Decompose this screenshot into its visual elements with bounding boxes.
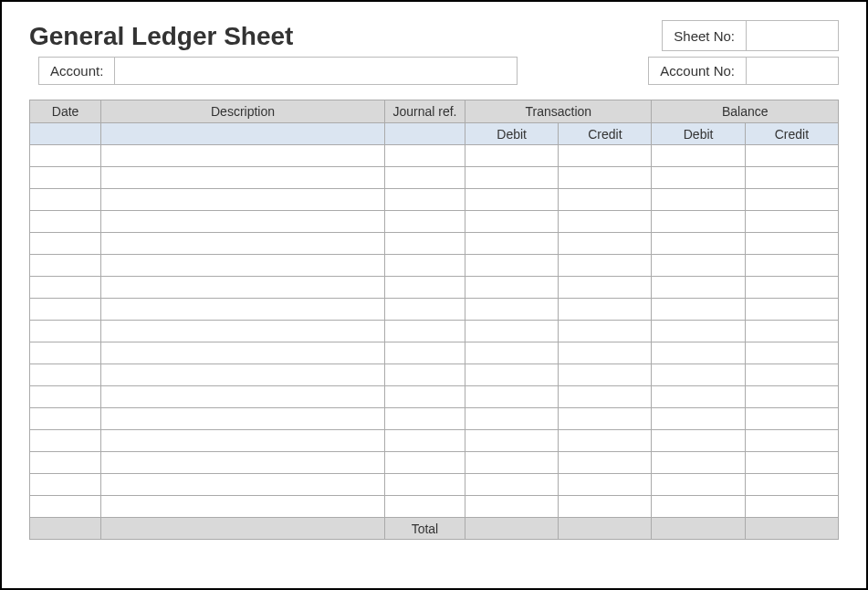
cell-date[interactable] — [30, 321, 101, 342]
cell-date[interactable] — [30, 474, 101, 496]
cell-date[interactable] — [30, 233, 101, 255]
cell-bal_credit[interactable] — [745, 145, 838, 167]
cell-bal_credit[interactable] — [745, 474, 838, 496]
cell-bal_debit[interactable] — [652, 386, 745, 408]
cell-bal_credit[interactable] — [745, 321, 838, 342]
cell-journal_ref[interactable] — [384, 430, 465, 452]
cell-description[interactable] — [101, 342, 385, 364]
cell-bal_credit[interactable] — [745, 364, 838, 386]
cell-journal_ref[interactable] — [384, 255, 465, 277]
cell-tx_debit[interactable] — [465, 233, 559, 255]
cell-journal_ref[interactable] — [384, 145, 465, 167]
cell-date[interactable] — [30, 342, 101, 364]
cell-tx_debit[interactable] — [465, 167, 559, 189]
cell-description[interactable] — [101, 364, 385, 386]
cell-tx_debit[interactable] — [465, 474, 559, 496]
cell-date[interactable] — [30, 277, 101, 299]
cell-bal_credit[interactable] — [745, 189, 838, 211]
cell-tx_debit[interactable] — [465, 189, 559, 211]
cell-bal_credit[interactable] — [745, 496, 838, 518]
cell-date[interactable] — [30, 255, 101, 277]
cell-date[interactable] — [30, 386, 101, 408]
cell-bal_credit[interactable] — [745, 255, 838, 277]
cell-description[interactable] — [101, 233, 385, 255]
cell-tx_credit[interactable] — [559, 211, 652, 233]
cell-tx_debit[interactable] — [465, 496, 559, 518]
cell-description[interactable] — [101, 386, 385, 408]
cell-bal_debit[interactable] — [652, 233, 745, 255]
cell-bal_debit[interactable] — [652, 364, 745, 386]
cell-date[interactable] — [30, 408, 101, 430]
cell-tx_credit[interactable] — [559, 277, 652, 299]
cell-tx_credit[interactable] — [559, 342, 652, 364]
cell-tx_credit[interactable] — [559, 299, 652, 321]
cell-tx_credit[interactable] — [559, 321, 652, 342]
cell-tx_credit[interactable] — [559, 233, 652, 255]
cell-bal_debit[interactable] — [652, 474, 745, 496]
cell-tx_credit[interactable] — [559, 452, 652, 474]
cell-description[interactable] — [101, 408, 385, 430]
cell-bal_credit[interactable] — [745, 430, 838, 452]
cell-journal_ref[interactable] — [384, 386, 465, 408]
cell-bal_debit[interactable] — [652, 408, 745, 430]
cell-description[interactable] — [101, 430, 385, 452]
cell-bal_debit[interactable] — [652, 255, 745, 277]
cell-date[interactable] — [30, 430, 101, 452]
cell-bal_debit[interactable] — [652, 277, 745, 299]
cell-tx_debit[interactable] — [465, 364, 559, 386]
cell-tx_debit[interactable] — [465, 145, 559, 167]
cell-tx_credit[interactable] — [559, 496, 652, 518]
cell-journal_ref[interactable] — [384, 167, 465, 189]
cell-journal_ref[interactable] — [384, 496, 465, 518]
cell-journal_ref[interactable] — [384, 189, 465, 211]
cell-bal_credit[interactable] — [745, 452, 838, 474]
cell-tx_credit[interactable] — [559, 474, 652, 496]
cell-tx_debit[interactable] — [465, 321, 559, 342]
cell-description[interactable] — [101, 277, 385, 299]
cell-journal_ref[interactable] — [384, 211, 465, 233]
cell-description[interactable] — [101, 321, 385, 342]
account-no-field[interactable] — [747, 58, 838, 84]
cell-date[interactable] — [30, 452, 101, 474]
cell-date[interactable] — [30, 211, 101, 233]
cell-bal_credit[interactable] — [745, 233, 838, 255]
cell-tx_debit[interactable] — [465, 211, 559, 233]
cell-tx_credit[interactable] — [559, 364, 652, 386]
cell-journal_ref[interactable] — [384, 474, 465, 496]
cell-bal_debit[interactable] — [652, 299, 745, 321]
cell-tx_credit[interactable] — [559, 167, 652, 189]
cell-tx_credit[interactable] — [559, 255, 652, 277]
sheet-no-field[interactable] — [747, 21, 838, 50]
cell-bal_debit[interactable] — [652, 145, 745, 167]
cell-description[interactable] — [101, 189, 385, 211]
cell-tx_credit[interactable] — [559, 430, 652, 452]
cell-description[interactable] — [101, 211, 385, 233]
cell-description[interactable] — [101, 299, 385, 321]
cell-journal_ref[interactable] — [384, 408, 465, 430]
cell-description[interactable] — [101, 145, 385, 167]
cell-bal_debit[interactable] — [652, 167, 745, 189]
cell-journal_ref[interactable] — [384, 452, 465, 474]
cell-description[interactable] — [101, 452, 385, 474]
cell-journal_ref[interactable] — [384, 321, 465, 342]
cell-tx_debit[interactable] — [465, 342, 559, 364]
cell-tx_credit[interactable] — [559, 189, 652, 211]
cell-tx_debit[interactable] — [465, 408, 559, 430]
cell-journal_ref[interactable] — [384, 342, 465, 364]
cell-bal_debit[interactable] — [652, 496, 745, 518]
cell-bal_debit[interactable] — [652, 321, 745, 342]
cell-date[interactable] — [30, 364, 101, 386]
cell-description[interactable] — [101, 496, 385, 518]
cell-bal_credit[interactable] — [745, 386, 838, 408]
cell-journal_ref[interactable] — [384, 299, 465, 321]
cell-bal_debit[interactable] — [652, 211, 745, 233]
cell-date[interactable] — [30, 167, 101, 189]
cell-description[interactable] — [101, 255, 385, 277]
cell-journal_ref[interactable] — [384, 233, 465, 255]
cell-bal_credit[interactable] — [745, 277, 838, 299]
cell-tx_debit[interactable] — [465, 386, 559, 408]
cell-tx_debit[interactable] — [465, 255, 559, 277]
cell-bal_credit[interactable] — [745, 211, 838, 233]
cell-bal_debit[interactable] — [652, 452, 745, 474]
cell-tx_debit[interactable] — [465, 277, 559, 299]
